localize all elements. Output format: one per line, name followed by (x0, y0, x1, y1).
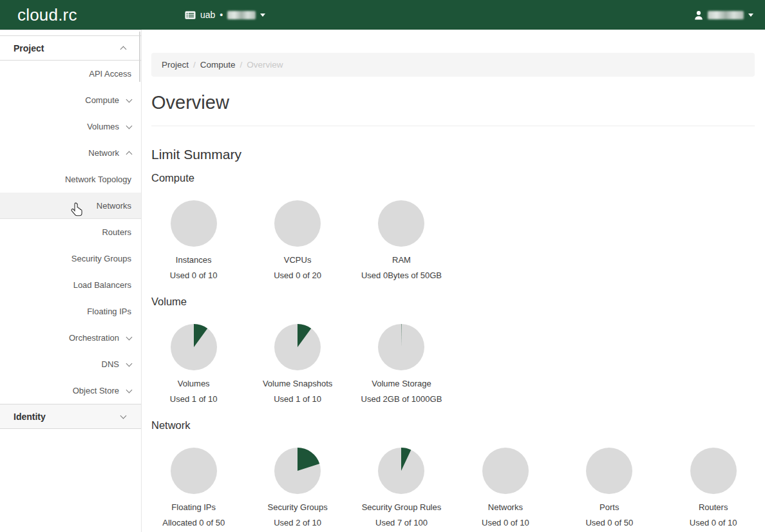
quota-chart-ports: PortsUsed 0 of 50 (558, 448, 661, 527)
limit-chart-row-network: Floating IPsAllocated 0 of 50Security Gr… (142, 448, 755, 527)
sidebar-item-volumes[interactable]: Volumes (0, 113, 141, 140)
user-menu[interactable] (694, 10, 765, 20)
quota-chart-label: Security Groups (245, 502, 349, 512)
quota-chart-label: Volume Snapshots (245, 379, 349, 388)
page-title: Overview (151, 91, 755, 113)
sidebar-item-network-topology[interactable]: Network Topology (0, 166, 141, 193)
limit-summary-title: Limit Summary (151, 147, 755, 162)
sidebar-scrollbar[interactable] (139, 32, 140, 82)
quota-chart-instances: InstancesUsed 0 of 10 (142, 200, 245, 280)
breadcrumb-project[interactable]: Project (162, 60, 189, 70)
sidebar-item-label: Project (14, 43, 44, 53)
quota-chart-floating-ips: Floating IPsAllocated 0 of 50 (142, 448, 245, 527)
quota-chart-label: Instances (142, 255, 245, 265)
quota-chart-label: Networks (453, 502, 557, 512)
quota-chart-vcpus: VCPUsUsed 0 of 20 (245, 200, 349, 280)
sidebar-item-identity[interactable]: Identity (0, 404, 141, 429)
pie-chart-icon (274, 448, 321, 494)
chevron-down-icon (126, 386, 133, 393)
pie-chart-icon (378, 200, 424, 247)
limit-chart-row-volume: VolumesUsed 1 of 10Volume SnapshotsUsed … (142, 324, 755, 404)
sidebar-item-label: Network Topology (65, 175, 131, 184)
sidebar-item-label: Network (88, 148, 119, 158)
sidebar-item-orchestration[interactable]: Orchestration (0, 325, 141, 351)
sidebar-item-label: Identity (14, 412, 46, 422)
main-content: Project/Compute/Overview Overview Limit … (142, 30, 765, 532)
project-name-redacted (227, 11, 256, 19)
sidebar-item-object-store[interactable]: Object Store (0, 377, 141, 404)
sidebar-item-label: DNS (102, 359, 119, 369)
pie-chart-icon (378, 448, 424, 494)
pie-chart-icon (274, 324, 321, 370)
sidebar-item-label: Load Balancers (73, 280, 131, 290)
quota-chart-networks: NetworksUsed 0 of 10 (453, 448, 557, 527)
chevron-down-icon (126, 334, 133, 340)
pie-chart-icon (482, 448, 529, 494)
breadcrumb: Project/Compute/Overview (151, 53, 755, 77)
quota-chart-usage: Used 0 of 50 (558, 518, 661, 527)
sidebar-item-label: API Access (89, 69, 131, 79)
sidebar-item-floating-ips[interactable]: Floating IPs (0, 298, 141, 325)
sidebar-item-routers[interactable]: Routers (0, 219, 141, 245)
sidebar-item-security-groups[interactable]: Security Groups (0, 245, 141, 272)
sidebar-item-label: Routers (102, 227, 131, 237)
sidebar-item-label: Object Store (73, 386, 119, 395)
chevron-down-icon (748, 14, 753, 17)
sidebar-item-compute[interactable]: Compute (0, 87, 141, 113)
chevron-down-icon (126, 122, 133, 129)
quota-chart-ram: RAMUsed 0Bytes of 50GB (350, 200, 453, 280)
context-separator: • (220, 10, 223, 20)
sidebar-item-network[interactable]: Network (0, 140, 141, 166)
quota-chart-usage: Used 1 of 10 (245, 394, 349, 404)
domain-label: uab (200, 10, 215, 20)
quota-chart-label: Routers (661, 502, 765, 512)
sidebar-item-api-access[interactable]: API Access (0, 61, 141, 87)
chevron-down-icon (126, 360, 133, 366)
pie-chart-icon (378, 324, 424, 370)
quota-chart-usage: Allocated 0 of 50 (142, 518, 245, 527)
sidebar-item-label: Compute (85, 95, 119, 105)
breadcrumb-overview: Overview (247, 60, 283, 70)
quota-chart-volume-snapshots: Volume SnapshotsUsed 1 of 10 (245, 324, 349, 404)
quota-chart-routers: RoutersUsed 0 of 10 (661, 448, 765, 527)
quota-chart-volumes: VolumesUsed 1 of 10 (142, 324, 245, 404)
quota-chart-usage: Used 0Bytes of 50GB (350, 271, 453, 280)
top-navbar: cloud.rc uab • (0, 0, 765, 30)
quota-chart-label: Security Group Rules (350, 502, 453, 512)
quota-chart-label: Volumes (142, 379, 245, 388)
project-switcher[interactable]: uab • (185, 10, 265, 20)
pie-chart-icon (690, 448, 737, 494)
brand-logo[interactable]: cloud.rc (0, 5, 142, 25)
chevron-down-icon (126, 96, 133, 102)
title-divider (151, 126, 755, 126)
sidebar-nav: ProjectAPI AccessComputeVolumesNetworkNe… (0, 30, 142, 532)
sidebar-item-label: Networks (97, 201, 131, 211)
sidebar-item-project[interactable]: Project (0, 35, 141, 61)
breadcrumb-compute[interactable]: Compute (200, 60, 236, 70)
limit-section-heading-network: Network (151, 419, 755, 432)
breadcrumb-separator: / (240, 60, 243, 70)
sidebar-item-dns[interactable]: DNS (0, 351, 141, 377)
quota-chart-usage: Used 1 of 10 (142, 394, 245, 404)
breadcrumb-separator: / (193, 60, 196, 70)
quota-chart-usage: Used 7 of 100 (350, 518, 453, 527)
quota-chart-usage: Used 0 of 20 (245, 271, 349, 280)
quota-chart-usage: Used 0 of 10 (453, 518, 557, 527)
pie-chart-icon (586, 448, 632, 494)
quota-chart-label: RAM (350, 255, 453, 265)
chevron-down-icon (120, 412, 127, 419)
quota-chart-label: VCPUs (245, 255, 349, 265)
quota-chart-usage: Used 2 of 10 (245, 518, 349, 527)
sidebar-item-label: Floating IPs (87, 307, 131, 316)
quota-chart-usage: Used 0 of 10 (142, 271, 245, 280)
mouse-hand-cursor-icon (70, 202, 86, 220)
pie-chart-icon (274, 200, 321, 247)
chevron-down-icon (260, 14, 265, 17)
username-redacted (708, 11, 744, 19)
sidebar-item-load-balancers[interactable]: Load Balancers (0, 272, 141, 298)
pie-chart-icon (171, 324, 217, 370)
chevron-up-icon (120, 46, 127, 52)
pie-chart-icon (171, 200, 217, 247)
quota-chart-volume-storage: Volume StorageUsed 2GB of 1000GB (350, 324, 453, 404)
pie-chart-icon (171, 448, 217, 494)
